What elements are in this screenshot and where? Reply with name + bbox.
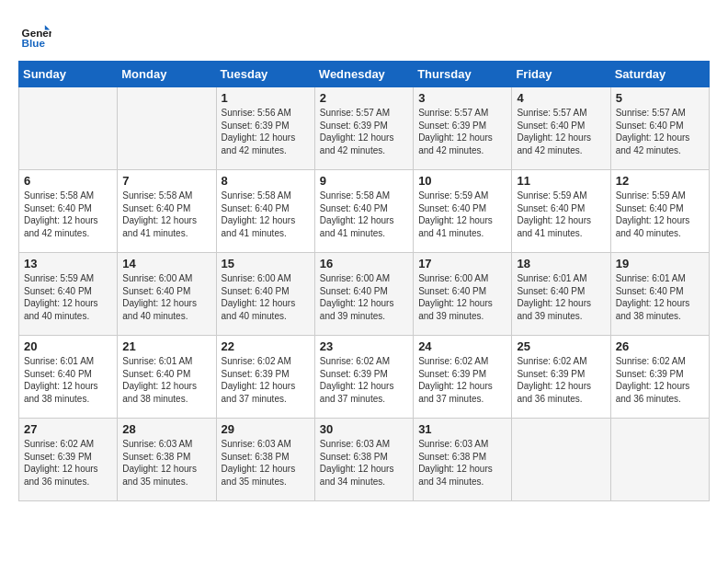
calendar-header-row: SundayMondayTuesdayWednesdayThursdayFrid… [19, 62, 710, 87]
day-number: 26 [616, 339, 704, 353]
day-info: Sunrise: 6:03 AM Sunset: 6:38 PM Dayligh… [222, 438, 310, 488]
calendar-cell: 5Sunrise: 5:57 AM Sunset: 6:40 PM Daylig… [610, 87, 709, 170]
calendar-cell: 17Sunrise: 6:00 AM Sunset: 6:40 PM Dayli… [414, 253, 512, 336]
calendar-cell: 22Sunrise: 6:02 AM Sunset: 6:39 PM Dayli… [216, 336, 314, 419]
day-info: Sunrise: 6:01 AM Sunset: 6:40 PM Dayligh… [122, 355, 210, 405]
calendar-cell: 8Sunrise: 5:58 AM Sunset: 6:40 PM Daylig… [216, 170, 314, 253]
day-info: Sunrise: 5:56 AM Sunset: 6:39 PM Dayligh… [222, 107, 310, 156]
day-number: 25 [517, 339, 605, 353]
calendar-cell: 30Sunrise: 6:03 AM Sunset: 6:38 PM Dayli… [314, 419, 413, 501]
day-number: 15 [222, 257, 310, 270]
calendar-cell [512, 419, 610, 501]
day-number: 7 [122, 174, 210, 188]
day-info: Sunrise: 6:00 AM Sunset: 6:40 PM Dayligh… [418, 272, 506, 322]
calendar-cell: 31Sunrise: 6:03 AM Sunset: 6:38 PM Dayli… [414, 419, 512, 501]
day-info: Sunrise: 5:57 AM Sunset: 6:39 PM Dayligh… [418, 107, 506, 156]
day-info: Sunrise: 5:59 AM Sunset: 6:40 PM Dayligh… [24, 272, 112, 322]
day-info: Sunrise: 5:57 AM Sunset: 6:39 PM Dayligh… [320, 107, 408, 156]
day-info: Sunrise: 6:01 AM Sunset: 6:40 PM Dayligh… [616, 272, 704, 322]
weekday-header-friday: Friday [512, 62, 610, 87]
calendar-cell: 9Sunrise: 5:58 AM Sunset: 6:40 PM Daylig… [314, 170, 413, 253]
calendar-cell: 10Sunrise: 5:59 AM Sunset: 6:40 PM Dayli… [414, 170, 512, 253]
calendar-cell: 16Sunrise: 6:00 AM Sunset: 6:40 PM Dayli… [314, 253, 413, 336]
calendar-cell: 4Sunrise: 5:57 AM Sunset: 6:40 PM Daylig… [512, 87, 610, 170]
day-number: 6 [24, 174, 112, 188]
day-info: Sunrise: 5:58 AM Sunset: 6:40 PM Dayligh… [122, 190, 210, 239]
calendar-cell: 2Sunrise: 5:57 AM Sunset: 6:39 PM Daylig… [314, 87, 413, 170]
weekday-header-sunday: Sunday [19, 62, 118, 87]
day-number: 12 [616, 174, 704, 188]
day-number: 11 [517, 174, 605, 188]
svg-text:Blue: Blue [22, 37, 46, 49]
day-number: 3 [418, 91, 506, 105]
day-info: Sunrise: 6:00 AM Sunset: 6:40 PM Dayligh… [122, 272, 210, 322]
day-info: Sunrise: 6:02 AM Sunset: 6:39 PM Dayligh… [616, 355, 704, 405]
calendar-cell: 27Sunrise: 6:02 AM Sunset: 6:39 PM Dayli… [19, 419, 118, 501]
day-info: Sunrise: 6:03 AM Sunset: 6:38 PM Dayligh… [418, 438, 506, 488]
calendar-cell: 1Sunrise: 5:56 AM Sunset: 6:39 PM Daylig… [216, 87, 314, 170]
calendar-cell: 12Sunrise: 5:59 AM Sunset: 6:40 PM Dayli… [610, 170, 709, 253]
calendar-cell [610, 419, 709, 501]
day-info: Sunrise: 5:57 AM Sunset: 6:40 PM Dayligh… [517, 107, 605, 156]
weekday-header-monday: Monday [118, 62, 216, 87]
calendar-body: 1Sunrise: 5:56 AM Sunset: 6:39 PM Daylig… [19, 87, 710, 501]
day-number: 24 [418, 339, 506, 353]
calendar-cell: 13Sunrise: 5:59 AM Sunset: 6:40 PM Dayli… [19, 253, 118, 336]
day-info: Sunrise: 6:02 AM Sunset: 6:39 PM Dayligh… [24, 438, 112, 488]
calendar-cell: 15Sunrise: 6:00 AM Sunset: 6:40 PM Dayli… [216, 253, 314, 336]
day-number: 16 [320, 257, 408, 270]
weekday-header-wednesday: Wednesday [314, 62, 413, 87]
calendar-cell: 7Sunrise: 5:58 AM Sunset: 6:40 PM Daylig… [118, 170, 216, 253]
day-info: Sunrise: 6:03 AM Sunset: 6:38 PM Dayligh… [122, 438, 210, 488]
calendar-cell: 29Sunrise: 6:03 AM Sunset: 6:38 PM Dayli… [216, 419, 314, 501]
calendar-row-2: 6Sunrise: 5:58 AM Sunset: 6:40 PM Daylig… [19, 170, 710, 253]
day-info: Sunrise: 6:02 AM Sunset: 6:39 PM Dayligh… [320, 355, 408, 405]
day-info: Sunrise: 6:02 AM Sunset: 6:39 PM Dayligh… [517, 355, 605, 405]
day-info: Sunrise: 6:00 AM Sunset: 6:40 PM Dayligh… [320, 272, 408, 322]
day-info: Sunrise: 6:02 AM Sunset: 6:39 PM Dayligh… [418, 355, 506, 405]
day-number: 17 [418, 257, 506, 270]
day-number: 18 [517, 257, 605, 270]
day-info: Sunrise: 5:59 AM Sunset: 6:40 PM Dayligh… [517, 190, 605, 239]
calendar-cell: 3Sunrise: 5:57 AM Sunset: 6:39 PM Daylig… [414, 87, 512, 170]
calendar-cell: 19Sunrise: 6:01 AM Sunset: 6:40 PM Dayli… [610, 253, 709, 336]
calendar-cell [19, 87, 118, 170]
day-info: Sunrise: 6:01 AM Sunset: 6:40 PM Dayligh… [517, 272, 605, 322]
weekday-header-tuesday: Tuesday [216, 62, 314, 87]
day-number: 28 [122, 422, 210, 436]
calendar-cell: 20Sunrise: 6:01 AM Sunset: 6:40 PM Dayli… [19, 336, 118, 419]
calendar-cell: 18Sunrise: 6:01 AM Sunset: 6:40 PM Dayli… [512, 253, 610, 336]
day-number: 8 [222, 174, 310, 188]
day-number: 19 [616, 257, 704, 270]
day-number: 22 [222, 339, 310, 353]
day-info: Sunrise: 6:03 AM Sunset: 6:38 PM Dayligh… [320, 438, 408, 488]
day-number: 23 [320, 339, 408, 353]
calendar-table: SundayMondayTuesdayWednesdayThursdayFrid… [18, 61, 710, 501]
calendar-cell: 6Sunrise: 5:58 AM Sunset: 6:40 PM Daylig… [19, 170, 118, 253]
day-number: 21 [122, 339, 210, 353]
calendar-row-1: 1Sunrise: 5:56 AM Sunset: 6:39 PM Daylig… [19, 87, 710, 170]
day-info: Sunrise: 5:58 AM Sunset: 6:40 PM Dayligh… [24, 190, 112, 239]
day-info: Sunrise: 5:59 AM Sunset: 6:40 PM Dayligh… [418, 190, 506, 239]
calendar-row-5: 27Sunrise: 6:02 AM Sunset: 6:39 PM Dayli… [19, 419, 710, 501]
day-number: 1 [222, 91, 310, 105]
day-number: 5 [616, 91, 704, 105]
calendar-cell: 14Sunrise: 6:00 AM Sunset: 6:40 PM Dayli… [118, 253, 216, 336]
day-number: 9 [320, 174, 408, 188]
day-info: Sunrise: 5:57 AM Sunset: 6:40 PM Dayligh… [616, 107, 704, 156]
day-number: 29 [222, 422, 310, 436]
page-header: General Blue [18, 18, 710, 52]
weekday-header-saturday: Saturday [610, 62, 709, 87]
day-info: Sunrise: 6:00 AM Sunset: 6:40 PM Dayligh… [222, 272, 310, 322]
calendar-cell: 28Sunrise: 6:03 AM Sunset: 6:38 PM Dayli… [118, 419, 216, 501]
day-number: 20 [24, 339, 112, 353]
day-info: Sunrise: 6:02 AM Sunset: 6:39 PM Dayligh… [222, 355, 310, 405]
calendar-cell: 25Sunrise: 6:02 AM Sunset: 6:39 PM Dayli… [512, 336, 610, 419]
day-number: 2 [320, 91, 408, 105]
logo-icon: General Blue [18, 18, 51, 52]
day-number: 4 [517, 91, 605, 105]
day-number: 14 [122, 257, 210, 270]
calendar-row-4: 20Sunrise: 6:01 AM Sunset: 6:40 PM Dayli… [19, 336, 710, 419]
weekday-header-thursday: Thursday [414, 62, 512, 87]
day-number: 31 [418, 422, 506, 436]
